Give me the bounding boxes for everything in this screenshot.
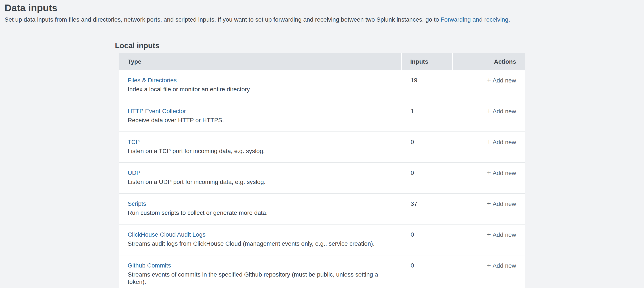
type-cell: UDP Listen on a UDP port for incoming da…	[119, 163, 401, 193]
plus-icon: +	[487, 262, 491, 269]
input-type-link[interactable]: TCP	[128, 138, 140, 146]
add-new-button[interactable]: +Add new	[487, 262, 516, 269]
add-new-button[interactable]: +Add new	[487, 231, 516, 238]
input-type-link[interactable]: HTTP Event Collector	[128, 108, 186, 115]
column-header-actions: Actions	[453, 53, 525, 70]
input-type-link[interactable]: Files & Directories	[128, 77, 177, 84]
table-row: HTTP Event Collector Receive data over H…	[119, 101, 525, 132]
column-header-inputs: Inputs	[402, 53, 452, 70]
input-type-description: Receive data over HTTP or HTTPS.	[128, 117, 395, 124]
plus-icon: +	[487, 231, 491, 238]
input-type-description: Listen on a UDP port for incoming data, …	[128, 178, 395, 186]
page-subtitle-text: Set up data inputs from files and direct…	[4, 16, 440, 23]
plus-icon: +	[487, 138, 491, 146]
inputs-count-cell: 0	[402, 224, 452, 255]
page-subtitle-period: .	[508, 16, 510, 23]
add-new-button[interactable]: +Add new	[487, 108, 516, 115]
type-cell: HTTP Event Collector Receive data over H…	[119, 101, 401, 131]
type-cell: ClickHouse Cloud Audit Logs Streams audi…	[119, 224, 401, 255]
table-row: Scripts Run custom scripts to collect or…	[119, 194, 525, 224]
add-new-label: Add new	[492, 231, 516, 238]
table-row: Files & Directories Index a local file o…	[119, 70, 525, 101]
inputs-count: 0	[411, 169, 414, 176]
inputs-count: 1	[411, 108, 414, 114]
actions-cell: +Add new	[453, 163, 525, 193]
table-row: ClickHouse Cloud Audit Logs Streams audi…	[119, 224, 525, 255]
plus-icon: +	[487, 200, 491, 207]
type-cell: Files & Directories Index a local file o…	[119, 70, 401, 101]
input-type-link[interactable]: Github Commits	[128, 262, 171, 269]
inputs-count-cell: 1	[402, 101, 452, 131]
inputs-count-cell: 19	[402, 70, 452, 101]
inputs-count-cell: 0	[402, 255, 452, 288]
page-subtitle: Set up data inputs from files and direct…	[4, 16, 635, 23]
page-title: Data inputs	[4, 2, 635, 14]
add-new-label: Add new	[492, 108, 516, 115]
input-type-description: Listen on a TCP port for incoming data, …	[128, 147, 395, 155]
type-cell: TCP Listen on a TCP port for incoming da…	[119, 132, 401, 162]
inputs-count: 0	[411, 262, 414, 269]
add-new-label: Add new	[492, 139, 516, 146]
input-type-link[interactable]: UDP	[128, 169, 140, 177]
table-row: TCP Listen on a TCP port for incoming da…	[119, 132, 525, 163]
actions-cell: +Add new	[453, 132, 525, 162]
input-type-link[interactable]: Scripts	[128, 200, 146, 207]
column-header-type: Type	[119, 53, 401, 70]
section-title: Local inputs	[115, 41, 644, 50]
plus-icon: +	[487, 107, 491, 115]
add-new-button[interactable]: +Add new	[487, 201, 516, 207]
content-area: Local inputs Type Inputs Actions Files &…	[0, 31, 644, 288]
add-new-label: Add new	[492, 170, 516, 176]
actions-cell: +Add new	[453, 70, 525, 101]
table-body: Files & Directories Index a local file o…	[119, 70, 525, 288]
local-inputs-table: Type Inputs Actions Files & Directories …	[119, 53, 525, 288]
inputs-count-cell: 0	[402, 163, 452, 193]
add-new-label: Add new	[492, 201, 516, 207]
inputs-count: 37	[411, 200, 417, 207]
add-new-label: Add new	[492, 77, 516, 84]
table-row: UDP Listen on a UDP port for incoming da…	[119, 163, 525, 194]
inputs-count: 19	[411, 77, 417, 84]
add-new-button[interactable]: +Add new	[487, 77, 516, 84]
add-new-button[interactable]: +Add new	[487, 170, 516, 176]
table-row: Github Commits Streams events of commits…	[119, 255, 525, 288]
type-cell: Scripts Run custom scripts to collect or…	[119, 194, 401, 224]
inputs-count: 0	[411, 231, 414, 238]
input-type-description: Run custom scripts to collect or generat…	[128, 209, 395, 216]
input-type-description: Index a local file or monitor an entire …	[128, 86, 395, 93]
inputs-count-cell: 0	[402, 132, 452, 162]
input-type-description: Streams audit logs from ClickHouse Cloud…	[128, 240, 395, 247]
input-type-link[interactable]: ClickHouse Cloud Audit Logs	[128, 231, 206, 238]
actions-cell: +Add new	[453, 255, 525, 288]
inputs-count: 0	[411, 139, 414, 145]
actions-cell: +Add new	[453, 101, 525, 131]
inputs-count-cell: 37	[402, 194, 452, 224]
actions-cell: +Add new	[453, 194, 525, 224]
add-new-button[interactable]: +Add new	[487, 139, 516, 146]
type-cell: Github Commits Streams events of commits…	[119, 255, 401, 288]
page-header: Data inputs Set up data inputs from file…	[0, 0, 644, 31]
plus-icon: +	[487, 76, 491, 84]
forwarding-and-receiving-link[interactable]: Forwarding and receiving	[440, 16, 508, 23]
input-type-description: Streams events of commits in the specifi…	[128, 271, 395, 286]
plus-icon: +	[487, 169, 491, 177]
add-new-label: Add new	[492, 262, 516, 269]
actions-cell: +Add new	[453, 224, 525, 255]
table-header-row: Type Inputs Actions	[119, 53, 525, 70]
